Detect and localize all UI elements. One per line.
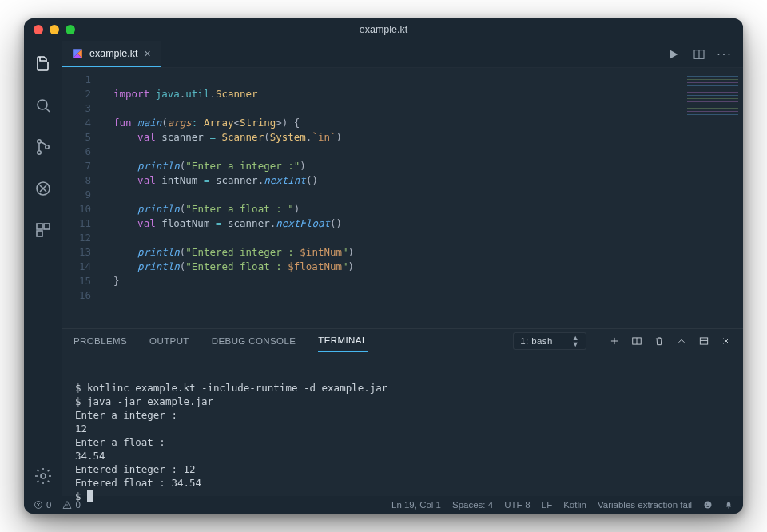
panel-tab-debug[interactable]: DEBUG CONSOLE (212, 330, 296, 352)
window-close-button[interactable] (34, 25, 43, 34)
bottom-panel: PROBLEMS OUTPUT DEBUG CONSOLE TERMINAL 1… (62, 328, 743, 496)
settings-gear-icon[interactable] (33, 466, 54, 486)
editor-window: example.kt (24, 18, 743, 514)
svg-point-3 (46, 145, 49, 149)
kill-terminal-icon[interactable] (654, 335, 665, 347)
search-icon[interactable] (33, 95, 54, 116)
code-editor[interactable]: 12345678910111213141516 import java.util… (62, 68, 743, 328)
terminal-shell-select[interactable]: 1: bash ▲▼ (513, 332, 586, 350)
window-title: example.kt (24, 24, 743, 35)
panel-tabs: PROBLEMS OUTPUT DEBUG CONSOLE TERMINAL 1… (62, 329, 743, 352)
panel-tab-terminal[interactable]: TERMINAL (318, 329, 367, 352)
titlebar: example.kt (24, 18, 743, 41)
panel-tab-problems[interactable]: PROBLEMS (74, 330, 127, 352)
split-terminal-icon[interactable] (631, 335, 642, 347)
close-panel-icon[interactable] (721, 335, 732, 347)
panel-tab-output[interactable]: OUTPUT (149, 330, 189, 352)
svg-point-8 (41, 474, 46, 478)
svg-point-0 (38, 100, 47, 109)
split-editor-icon[interactable] (692, 47, 706, 62)
panel-up-icon[interactable] (676, 335, 687, 347)
svg-rect-15 (700, 337, 707, 343)
svg-rect-6 (44, 224, 50, 229)
svg-rect-5 (37, 224, 42, 229)
run-icon[interactable] (666, 47, 681, 62)
debug-icon[interactable] (33, 178, 54, 199)
window-maximize-button[interactable] (66, 25, 75, 34)
traffic-lights (34, 25, 75, 34)
status-errors[interactable]: 0 (34, 500, 51, 510)
tab-example-kt[interactable]: example.kt × (62, 41, 161, 67)
tab-filename: example.kt (89, 48, 137, 59)
tab-close-icon[interactable]: × (144, 48, 150, 59)
window-minimize-button[interactable] (50, 25, 59, 34)
editor-tabs: example.kt × ··· (62, 41, 743, 68)
svg-marker-12 (670, 50, 678, 58)
terminal-shell-label: 1: bash (520, 336, 553, 346)
svg-rect-7 (37, 231, 42, 236)
svg-point-2 (38, 151, 41, 154)
minimap[interactable] (687, 73, 738, 117)
kotlin-file-icon (72, 48, 83, 59)
extensions-icon[interactable] (33, 220, 54, 240)
source-control-icon[interactable] (33, 137, 54, 157)
select-arrows-icon: ▲▼ (572, 335, 579, 347)
svg-point-1 (38, 140, 41, 143)
more-actions-icon[interactable]: ··· (717, 47, 732, 62)
maximize-panel-icon[interactable] (698, 335, 709, 347)
line-gutter: 12345678910111213141516 (62, 68, 99, 328)
activity-bar (24, 41, 62, 496)
explorer-icon[interactable] (33, 54, 54, 74)
editor-actions: ··· (666, 41, 743, 67)
code-area[interactable]: import java.util.Scanner fun main(args: … (99, 68, 743, 328)
new-terminal-icon[interactable] (609, 335, 620, 347)
terminal-output[interactable]: $ kotlinc example.kt -include-runtime -d… (62, 352, 743, 514)
